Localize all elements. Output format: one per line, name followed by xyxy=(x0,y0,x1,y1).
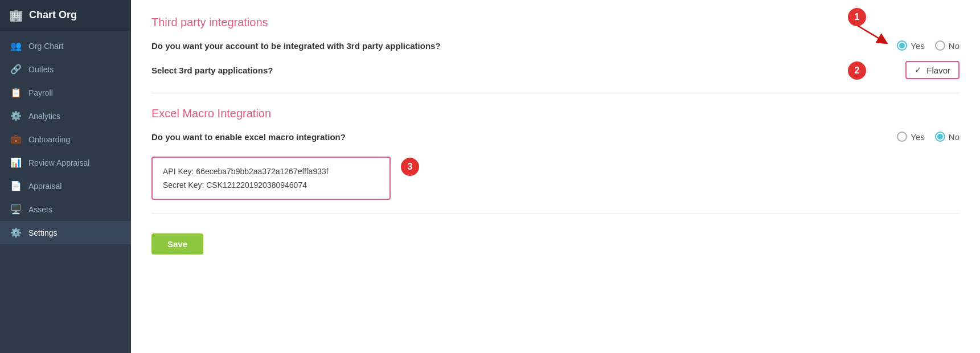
divider-2 xyxy=(151,214,960,214)
nav-label-org-chart: Org Chart xyxy=(28,42,63,51)
excel-macro-yes-radio[interactable] xyxy=(897,132,907,142)
excel-macro-radio-group: Yes No xyxy=(897,132,960,142)
appraisal-icon: 📄 xyxy=(10,180,22,191)
save-button[interactable]: Save xyxy=(151,233,203,255)
sidebar: 🏢 Chart Org 👥 Org Chart 🔗 Outlets 📋 Payr… xyxy=(0,0,131,353)
nav-label-assets: Assets xyxy=(28,205,52,214)
sidebar-item-review-appraisal[interactable]: 📊 Review Appraisal xyxy=(0,151,131,174)
divider-1 xyxy=(151,93,960,93)
nav-label-appraisal: Appraisal xyxy=(28,182,61,191)
excel-macro-section: Excel Macro Integration Do you want to e… xyxy=(151,107,960,200)
annotation-badge-3: 3 xyxy=(401,158,419,176)
api-keys-box: API Key: 66eceba7b9bb2aa372a1267efffa933… xyxy=(151,152,960,200)
sidebar-item-analytics[interactable]: ⚙️ Analytics xyxy=(0,104,131,128)
flavor-checkbox-wrapper: ✓ Flavor xyxy=(905,61,960,79)
select-apps-label: Select 3rd party applications? xyxy=(151,65,273,75)
logo-icon: 🏢 xyxy=(9,9,23,22)
sidebar-item-appraisal[interactable]: 📄 Appraisal xyxy=(0,174,131,198)
sidebar-nav: 👥 Org Chart 🔗 Outlets 📋 Payroll ⚙️ Analy… xyxy=(0,31,131,353)
flavor-checkbox[interactable]: ✓ Flavor xyxy=(905,61,960,79)
integration-no-radio[interactable] xyxy=(935,40,945,51)
third-party-section: Third party integrations Do you want you… xyxy=(151,16,960,79)
nav-label-analytics: Analytics xyxy=(28,112,60,121)
integration-yes-radio[interactable] xyxy=(897,40,907,51)
sidebar-logo: 🏢 Chart Org xyxy=(0,0,131,31)
sidebar-item-settings[interactable]: ⚙️ Settings xyxy=(0,221,131,244)
excel-macro-no-label: No xyxy=(949,132,960,142)
logo-label: Chart Org xyxy=(29,9,77,21)
payroll-icon: 📋 xyxy=(10,87,22,98)
api-box-container: API Key: 66eceba7b9bb2aa372a1267efffa933… xyxy=(151,157,391,200)
nav-label-review-appraisal: Review Appraisal xyxy=(28,158,89,167)
integration-no-label: No xyxy=(949,41,960,51)
nav-label-onboarding: Onboarding xyxy=(28,135,70,144)
flavor-label: Flavor xyxy=(926,65,950,75)
sidebar-item-outlets[interactable]: 🔗 Outlets xyxy=(0,58,131,81)
settings-icon: ⚙️ xyxy=(10,227,22,238)
third-party-title: Third party integrations xyxy=(151,16,960,29)
checkbox-checkmark-icon: ✓ xyxy=(915,65,922,75)
analytics-icon: ⚙️ xyxy=(10,110,22,121)
api-key-line: API Key: 66eceba7b9bb2aa372a1267efffa933… xyxy=(163,167,379,176)
select-apps-row: Select 3rd party applications? ✓ Flavor xyxy=(151,61,960,79)
excel-macro-question-label: Do you want to enable excel macro integr… xyxy=(151,132,346,142)
sidebar-item-payroll[interactable]: 📋 Payroll xyxy=(0,81,131,104)
excel-macro-no-option[interactable]: No xyxy=(935,132,960,142)
nav-label-payroll: Payroll xyxy=(28,88,53,97)
nav-label-outlets: Outlets xyxy=(28,65,54,74)
integration-question-row: Do you want your account to be integrate… xyxy=(151,40,960,51)
excel-macro-yes-label: Yes xyxy=(911,132,924,142)
integration-question-label: Do you want your account to be integrate… xyxy=(151,41,441,51)
onboarding-icon: 💼 xyxy=(10,134,22,145)
integration-yes-option[interactable]: Yes xyxy=(897,40,924,51)
assets-icon: 🖥️ xyxy=(10,204,22,215)
sidebar-item-onboarding[interactable]: 💼 Onboarding xyxy=(0,128,131,151)
sidebar-item-assets[interactable]: 🖥️ Assets xyxy=(0,198,131,221)
excel-macro-yes-option[interactable]: Yes xyxy=(897,132,924,142)
main-content: Third party integrations Do you want you… xyxy=(131,0,980,353)
integration-no-option[interactable]: No xyxy=(935,40,960,51)
excel-macro-no-radio[interactable] xyxy=(935,132,945,142)
integration-yes-label: Yes xyxy=(911,41,924,51)
review-appraisal-icon: 📊 xyxy=(10,157,22,168)
org-chart-icon: 👥 xyxy=(10,40,22,51)
integration-radio-group: Yes No xyxy=(897,40,960,51)
sidebar-item-org-chart[interactable]: 👥 Org Chart xyxy=(0,34,131,58)
outlets-icon: 🔗 xyxy=(10,64,22,75)
excel-macro-title: Excel Macro Integration xyxy=(151,107,960,120)
nav-label-settings: Settings xyxy=(28,228,58,237)
excel-macro-question-row: Do you want to enable excel macro integr… xyxy=(151,132,960,142)
secret-key-line: Secret Key: CSK1212201920380946074 xyxy=(163,180,379,190)
